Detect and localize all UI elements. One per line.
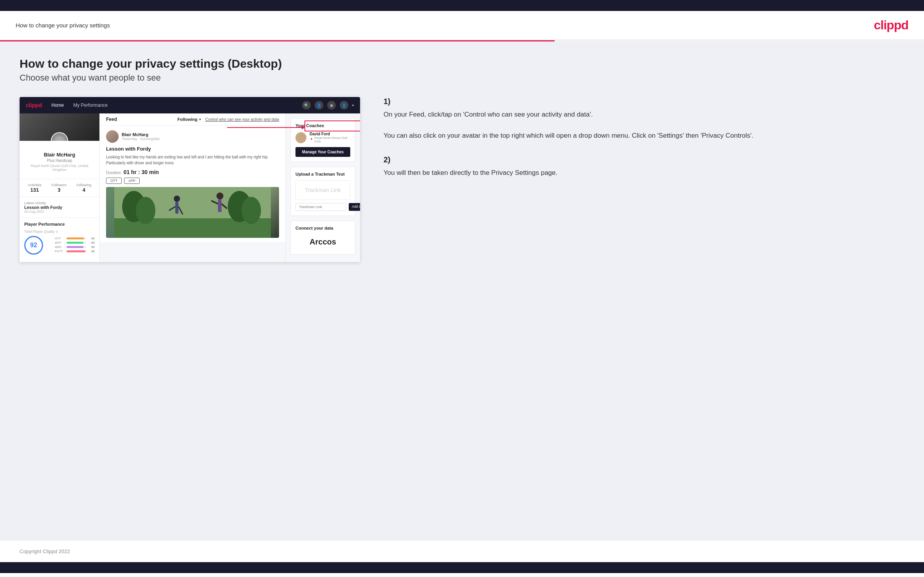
app-nav-icons: 🔍 👤 ⊕ 👤 ▾ xyxy=(302,101,354,110)
page-subheading: Choose what you want people to see xyxy=(20,73,904,83)
chevron-down-icon: ▾ xyxy=(199,118,201,121)
feed-header: Feed Following ▾ Control who can see you… xyxy=(100,113,285,126)
coaches-card: Your Coaches David Ford 📍 Royal North De… xyxy=(290,118,355,162)
search-icon[interactable]: 🔍 xyxy=(302,101,311,110)
svg-point-10 xyxy=(216,192,223,200)
profile-info: Blair McHarg Plus Handicap Royal North D… xyxy=(20,141,99,176)
quality-score: 92 xyxy=(24,236,43,255)
user-icon[interactable]: 👤 xyxy=(315,101,323,110)
bottom-bar xyxy=(0,562,924,573)
app-navbar: clippd Home My Performance 🔍 👤 ⊕ 👤 ▾ xyxy=(20,97,360,113)
golf-scene-svg xyxy=(106,187,279,238)
connect-title: Connect your data xyxy=(295,226,350,230)
red-arrow-line xyxy=(227,127,304,128)
profile-cover xyxy=(20,113,99,141)
arccos-brand: Arccos xyxy=(295,234,350,250)
add-link-button[interactable]: Add Link xyxy=(349,203,360,211)
tag-ott: OTT xyxy=(106,178,122,184)
post-user: Blair McHarg Yesterday · Sunningdale xyxy=(106,130,279,143)
instruction-2: 2) You will then be taken directly to th… xyxy=(384,155,901,178)
coach-name: David Ford xyxy=(310,132,350,136)
avatar-icon[interactable]: 👤 xyxy=(340,101,348,110)
coach-avatar xyxy=(295,132,306,143)
post-duration: Duration 01 hr : 30 min xyxy=(106,169,279,175)
feed-tab: Feed xyxy=(106,117,117,122)
app-right-sidebar: Your Coaches David Ford 📍 Royal North De… xyxy=(286,113,360,262)
info-icon: ℹ xyxy=(56,230,58,234)
svg-point-5 xyxy=(241,197,261,224)
player-performance: Player Performance Total Player Quality … xyxy=(20,217,99,259)
clippd-logo: clippd xyxy=(874,18,908,32)
plus-icon[interactable]: ⊕ xyxy=(327,101,336,110)
post-title: Lesson with Fordy xyxy=(106,146,279,152)
stat-following: Following 4 xyxy=(76,183,91,193)
app-feed: Feed Following ▾ Control who can see you… xyxy=(100,113,286,262)
breadcrumb: How to change your privacy settings xyxy=(16,22,110,29)
post-image xyxy=(106,187,279,238)
trackman-card: Upload a Trackman Test Trackman Link Add… xyxy=(290,167,355,216)
instruction-text-2: You will then be taken directly to the P… xyxy=(384,167,901,178)
page-heading: How to change your privacy settings (Des… xyxy=(20,57,904,70)
latest-activity: Latest Activity Lesson with Fordy 03 Aug… xyxy=(20,197,99,217)
instructions-panel: 1) On your Feed, click/tap on 'Control w… xyxy=(380,97,904,192)
top-bar xyxy=(0,0,924,11)
main-content: How to change your privacy settings (Des… xyxy=(0,41,924,540)
following-button[interactable]: Following ▾ xyxy=(177,117,200,122)
header: How to change your privacy settings clip… xyxy=(0,11,924,40)
stat-followers: Followers 3 xyxy=(51,183,67,193)
location-dot-icon: 📍 xyxy=(310,138,313,142)
avatar xyxy=(51,132,68,141)
profile-club: Royal North Devon Golf Club, United King… xyxy=(24,164,95,172)
svg-point-6 xyxy=(174,196,180,202)
manage-coaches-button[interactable]: Manage Your Coaches xyxy=(295,147,350,157)
app-logo: clippd xyxy=(26,102,42,108)
trackman-placeholder: Trackman Link xyxy=(295,180,350,200)
post-avatar xyxy=(106,130,119,143)
control-privacy-link[interactable]: Control who can see your activity and da… xyxy=(205,117,279,122)
tag-app: APP xyxy=(124,178,140,184)
app-sidebar: Blair McHarg Plus Handicap Royal North D… xyxy=(20,113,100,262)
coach-item: David Ford 📍 Royal North Devon Golf Club xyxy=(295,132,350,143)
feed-post: Blair McHarg Yesterday · Sunningdale Les… xyxy=(100,126,285,243)
chevron-down-icon: ▾ xyxy=(352,104,354,107)
trackman-title: Upload a Trackman Test xyxy=(295,172,350,176)
instruction-number-2: 2) xyxy=(384,155,901,164)
copyright-text: Copyright Clippd 2022 xyxy=(20,548,70,554)
nav-item-performance[interactable]: My Performance xyxy=(73,102,108,108)
instruction-number-1: 1) xyxy=(384,97,901,106)
app-body: Blair McHarg Plus Handicap Royal North D… xyxy=(20,113,360,262)
nav-item-home[interactable]: Home xyxy=(51,102,64,108)
stat-activities: Activities 131 xyxy=(28,183,42,193)
content-layout: clippd Home My Performance 🔍 👤 ⊕ 👤 ▾ xyxy=(20,97,904,262)
trackman-input[interactable] xyxy=(295,203,346,211)
coach-club: 📍 Royal North Devon Golf Club xyxy=(310,136,350,143)
profile-badge: Plus Handicap xyxy=(24,158,95,163)
arrow-head-icon xyxy=(302,126,305,129)
connect-card: Connect your data Arccos xyxy=(290,221,355,255)
instruction-text-1: On your Feed, click/tap on 'Control who … xyxy=(384,109,901,141)
instruction-1: 1) On your Feed, click/tap on 'Control w… xyxy=(384,97,901,141)
svg-rect-7 xyxy=(175,202,178,214)
profile-stats: Activities 131 Followers 3 Following 4 xyxy=(20,179,99,197)
profile-name: Blair McHarg xyxy=(24,152,95,158)
post-tags: OTT APP xyxy=(106,178,279,184)
svg-point-3 xyxy=(136,197,155,224)
app-screenshot: clippd Home My Performance 🔍 👤 ⊕ 👤 ▾ xyxy=(20,97,360,262)
post-description: Looking to feel like my hands are exitin… xyxy=(106,154,279,166)
footer: Copyright Clippd 2022 xyxy=(0,540,924,562)
svg-rect-11 xyxy=(218,200,222,212)
